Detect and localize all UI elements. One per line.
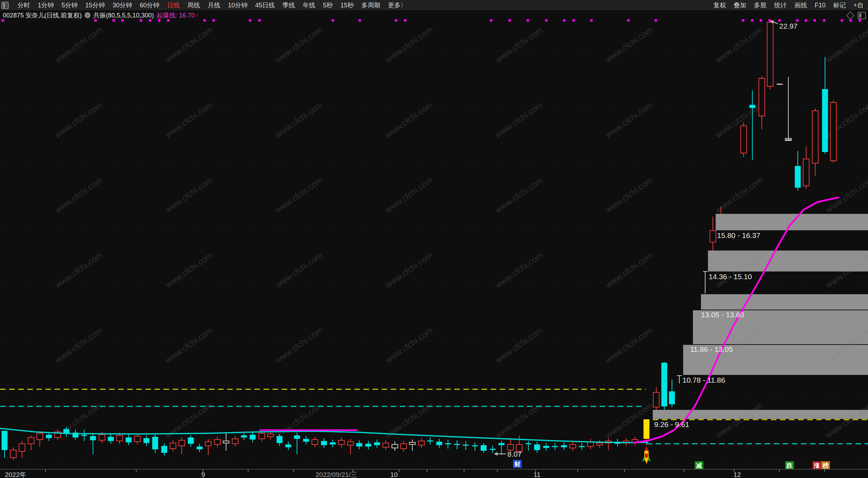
period-tab-多周期[interactable]: 多周期 [357,1,384,9]
signal-dot [359,19,361,22]
candle [669,379,675,407]
candle [812,108,818,176]
signal-dot [813,19,816,22]
price-range-label: 13.05 - 13.60 [701,311,744,319]
watermark-text: www.cfchi.com [603,100,654,140]
price-annotation: 8.07 [507,450,522,458]
signal-dot [742,19,744,22]
period-tab-分时[interactable]: 分时 [14,1,34,9]
price-range-label: 14.36 - 15.10 [709,273,752,281]
period-tab-15分钟[interactable]: 15分钟 [81,1,109,9]
tool-复权[interactable]: 复权 [709,1,730,9]
candle [803,146,809,189]
period-tab-5秒[interactable]: 5秒 [319,1,337,9]
candle [710,217,716,251]
candle [223,433,229,451]
watermark-text: www.cfchi.com [163,100,214,140]
period-tab-15秒[interactable]: 15秒 [337,1,357,9]
period-tab-更多〉[interactable]: 更多〉 [384,1,411,9]
tool-画线[interactable]: 画线 [790,1,811,9]
period-tab-年线[interactable]: 年线 [299,1,319,9]
tool-多股[interactable]: 多股 [750,1,770,9]
tool-标记[interactable]: 标记 [829,1,849,9]
period-tab-30分钟[interactable]: 30分钟 [109,1,136,9]
watermark-text: www.cfchi.com [273,325,324,365]
candle [152,435,158,453]
candle [570,442,576,451]
candle [579,443,585,450]
rocket-signal-icon [642,446,651,464]
candle [205,439,211,455]
tool-+自[interactable]: +自 [849,1,867,9]
period-tab-5分钟[interactable]: 5分钟 [58,1,81,9]
watermark-text: www.cfchi.com [824,25,868,65]
up-arrow-icon: ↑ [195,12,198,19]
watermark-text: www.cfchi.com [383,250,434,290]
candle [653,387,659,410]
tool-叠加[interactable]: 叠加 [730,1,750,9]
tool-统计[interactable]: 统计 [770,1,790,9]
marker-badge-财[interactable]: 财 [513,460,522,468]
candle [188,435,194,447]
period-tab-1分钟[interactable]: 1分钟 [34,1,58,9]
watermark-text: www.cfchi.com [383,325,434,365]
watermark-text: www.cfchi.com [163,25,214,65]
split-panel-icon[interactable] [858,12,866,19]
tool-F10[interactable]: F10 [811,2,829,9]
signal-dot [508,19,511,22]
candle [108,434,114,444]
candle [241,433,247,440]
watermark-text: www.cfchi.com [824,175,868,215]
watermark-text: www.cfchi.com [714,25,765,65]
kline-chart[interactable]: www.cfchi.comwww.cfchi.comwww.cfchi.comw… [0,0,868,478]
candle [170,440,176,451]
watermark-text: www.cfchi.com [383,175,434,215]
signal-dot [654,19,657,22]
candle [831,101,837,162]
diamond-icon[interactable] [846,11,854,20]
period-tab-周线[interactable]: 周线 [183,1,204,9]
candle [126,435,132,445]
signal-dot [778,19,781,22]
signal-dot [841,19,843,22]
watermark-text: www.cfchi.com [53,250,104,290]
candle [2,430,8,458]
watermark-text: www.cfchi.com [603,25,654,65]
signal-dot [258,19,261,22]
period-tab-月线[interactable]: 月线 [204,1,224,9]
svg-text:涨: 涨 [813,462,820,469]
signal-dot [527,19,529,22]
marker-badge-榜[interactable]: 榜 [821,461,830,469]
watermark-text: www.cfchi.com [273,175,324,215]
period-tab-10分钟[interactable]: 10分钟 [224,1,251,9]
watermark-text: www.cfchi.com [163,325,214,365]
marker-badge-涨[interactable]: 涨 [812,461,821,469]
period-tab-60分钟[interactable]: 60分钟 [136,1,163,9]
watermark-text: www.cfchi.com [493,25,544,65]
candle [526,441,531,451]
candle [215,437,220,447]
candle [366,441,371,449]
signal-dot [404,19,406,22]
collapse-indicator-icon[interactable]: ∨ [85,12,91,18]
candle [543,443,549,451]
signal-dot [751,19,753,22]
window-layout-icon[interactable] [1,2,9,9]
candle [588,439,594,449]
marker-badge-跌[interactable]: 跌 [785,461,794,469]
candle [81,430,87,441]
candle [259,431,265,442]
candle [37,431,43,447]
price-annotations: 22.978.07 [495,21,798,458]
signal-dot [760,19,762,22]
period-tab-45日线[interactable]: 45日线 [251,1,279,9]
price-range-label: 10.78 - 11.86 [682,376,725,384]
candle [632,437,638,445]
candles-layer [2,20,837,460]
marker-badge-减[interactable]: 减 [695,461,703,469]
candle [135,433,140,444]
signal-dot [545,19,548,22]
candle [73,430,79,440]
period-tab-季线[interactable]: 季线 [279,1,299,9]
period-tab-日线[interactable]: 日线 [163,1,183,9]
